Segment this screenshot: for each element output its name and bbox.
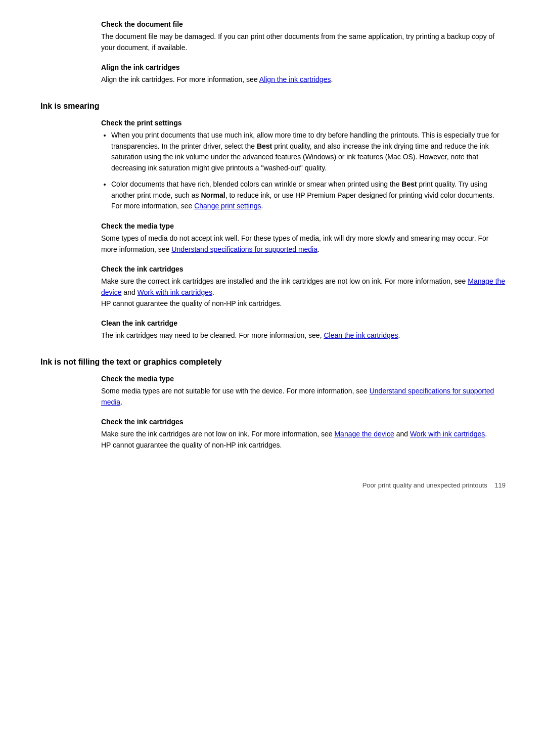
print-settings-bullet-1: When you print documents that use much i… xyxy=(111,130,506,174)
clean-suffix: . xyxy=(398,331,400,339)
change-print-settings-link[interactable]: Change print settings xyxy=(194,202,261,210)
check-ink-cartridges-2-title: Check the ink cartridges xyxy=(101,418,506,426)
align-ink-cartridges-link[interactable]: Align the ink cartridges xyxy=(259,75,331,83)
work-with-ink-link-2[interactable]: Work with ink cartridges xyxy=(410,430,485,438)
page-footer: Poor print quality and unexpected printo… xyxy=(40,481,506,489)
ink-cartridges-2-middle: and xyxy=(394,430,410,438)
check-ink-cartridges-body: Make sure the correct ink cartridges are… xyxy=(101,276,506,309)
check-document-file-title: Check the document file xyxy=(101,20,506,28)
check-media-type-body: Some types of media do not accept ink we… xyxy=(101,233,506,255)
page-number: 119 xyxy=(494,481,506,489)
check-print-settings-title: Check the print settings xyxy=(101,119,506,127)
ink-smearing-heading: Ink is smearing xyxy=(40,102,506,111)
align-body-prefix: Align the ink cartridges. For more infor… xyxy=(101,75,259,83)
clean-ink-cartridge-title: Clean the ink cartridge xyxy=(101,319,506,327)
media-type-2-suffix: . xyxy=(120,398,122,406)
clean-prefix: The ink cartridges may need to be cleane… xyxy=(101,331,324,339)
ink-cartridges-middle: and xyxy=(121,288,137,296)
media-type-2-prefix: Some media types are not suitable for us… xyxy=(101,387,370,395)
media-type-suffix: . xyxy=(317,245,320,253)
print-settings-bullet-2: Color documents that have rich, blended … xyxy=(111,179,506,212)
footer-text: Poor print quality and unexpected printo… xyxy=(362,481,487,489)
ink-cartridges-prefix: Make sure the correct ink cartridges are… xyxy=(101,277,468,285)
understand-specs-link-1[interactable]: Understand specifications for supported … xyxy=(171,245,317,253)
ink-not-filling-heading: Ink is not filling the text or graphics … xyxy=(40,358,506,367)
align-ink-cartridges-body: Align the ink cartridges. For more infor… xyxy=(101,74,506,85)
manage-device-link-2[interactable]: Manage the device xyxy=(334,430,394,438)
print-settings-list: When you print documents that use much i… xyxy=(111,130,506,212)
work-with-ink-link-1[interactable]: Work with ink cartridges xyxy=(138,288,212,296)
check-document-file-body: The document file may be damaged. If you… xyxy=(101,31,506,53)
check-ink-cartridges-title: Check the ink cartridges xyxy=(101,265,506,273)
check-media-type-2-body: Some media types are not suitable for us… xyxy=(101,386,506,408)
align-ink-cartridges-title: Align the ink cartridges xyxy=(101,63,506,71)
check-media-type-title: Check the media type xyxy=(101,222,506,230)
check-media-type-2-title: Check the media type xyxy=(101,375,506,383)
clean-ink-cartridge-body: The ink cartridges may need to be cleane… xyxy=(101,330,506,341)
ink-cartridges-2-prefix: Make sure the ink cartridges are not low… xyxy=(101,430,334,438)
align-body-suffix: . xyxy=(331,75,333,83)
check-ink-cartridges-2-body: Make sure the ink cartridges are not low… xyxy=(101,429,506,451)
clean-ink-cartridges-link[interactable]: Clean the ink cartridges xyxy=(324,331,398,339)
